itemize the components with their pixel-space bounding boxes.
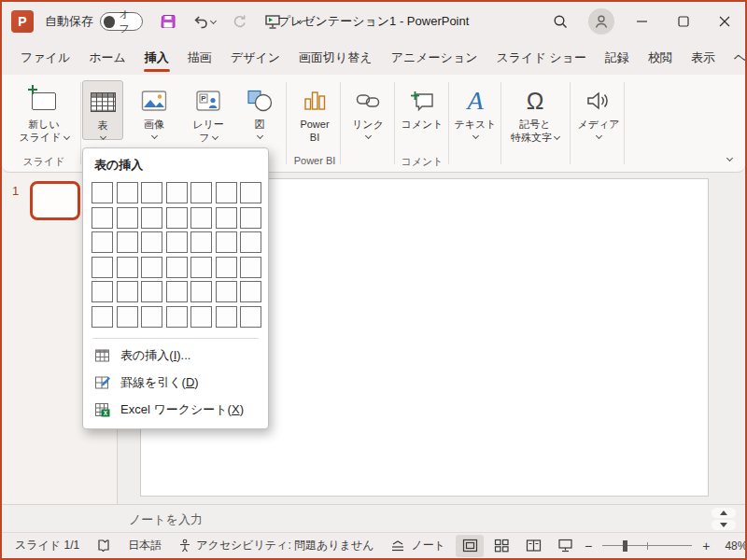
previous-slide-button[interactable] (712, 508, 736, 518)
tab-record[interactable]: 記録 (596, 42, 639, 74)
maximize-button[interactable] (663, 2, 704, 41)
table-grid-cell[interactable] (141, 231, 162, 253)
table-grid-cell[interactable] (141, 257, 162, 278)
table-grid-cell[interactable] (240, 257, 261, 278)
accessibility-button[interactable]: アクセシビリティ: 問題ありません (170, 533, 382, 558)
table-grid-cell[interactable] (240, 182, 261, 203)
table-grid-cell[interactable] (190, 281, 212, 302)
zoom-level[interactable]: 48% (713, 539, 747, 553)
table-grid-cell[interactable] (117, 281, 138, 302)
next-slide-button[interactable] (712, 520, 736, 530)
table-grid-cell[interactable] (92, 182, 113, 203)
cameo-label-line1: レリー (192, 118, 224, 131)
menu-item-insert-table[interactable]: 表の挿入(I)... (83, 343, 268, 370)
table-grid-cell[interactable] (240, 231, 261, 253)
table-grid-cell[interactable] (240, 306, 261, 328)
slideshow-view-button[interactable] (551, 535, 579, 557)
table-grid-cell[interactable] (117, 182, 138, 203)
table-grid-cell[interactable] (141, 182, 162, 203)
tab-animations[interactable]: アニメーション (382, 42, 487, 74)
collapse-ribbon-button[interactable] (727, 147, 732, 164)
notes-toggle-button[interactable]: ノート (382, 533, 454, 558)
illustrations-button[interactable]: 図 (235, 80, 284, 138)
power-bi-button[interactable]: Power BI (288, 80, 342, 144)
menu-item-draw-table[interactable]: 罫線を引く(D) (83, 370, 268, 397)
table-grid-cell[interactable] (190, 231, 212, 253)
table-grid-cell[interactable] (92, 257, 113, 278)
table-grid-cell[interactable] (117, 257, 138, 278)
text-icon: A (467, 88, 483, 114)
table-grid-cell[interactable] (166, 182, 188, 203)
tab-design[interactable]: デザイン (221, 42, 289, 74)
table-grid-cell[interactable] (117, 207, 138, 229)
table-grid-cell[interactable] (216, 182, 237, 203)
text-button[interactable]: A テキスト (450, 80, 500, 138)
normal-view-button[interactable] (456, 535, 484, 557)
tab-draw[interactable]: 描画 (178, 42, 221, 74)
account-button[interactable] (581, 2, 622, 41)
table-grid-cell[interactable] (166, 207, 188, 229)
media-button[interactable]: メディア (571, 80, 626, 138)
table-grid-cell[interactable] (92, 231, 113, 253)
table-grid-cell[interactable] (92, 207, 113, 229)
shapes-icon (246, 89, 274, 113)
table-grid-cell[interactable] (216, 306, 237, 328)
table-grid-cell[interactable] (141, 281, 162, 302)
table-grid-cell[interactable] (216, 257, 237, 278)
search-button[interactable] (540, 2, 581, 41)
pictures-button[interactable]: 画像 (127, 80, 181, 138)
table-button[interactable]: 表 (82, 80, 123, 140)
table-grid-cell[interactable] (141, 306, 162, 328)
zoom-slider[interactable] (602, 539, 692, 553)
zoom-slider-thumb[interactable] (623, 540, 627, 552)
reading-view-button[interactable] (519, 535, 547, 557)
symbols-button[interactable]: Ω 記号と 特殊文字 (502, 80, 568, 144)
tab-view[interactable]: 表示 (682, 42, 725, 74)
table-grid-cell[interactable] (190, 306, 212, 328)
close-button[interactable] (704, 2, 745, 41)
zoom-out-button[interactable]: − (581, 539, 596, 553)
autosave-toggle[interactable]: オフ (100, 12, 143, 31)
tab-home[interactable]: ホーム (79, 42, 135, 74)
minimize-button[interactable] (622, 2, 663, 41)
slide-thumbnail[interactable] (30, 181, 80, 220)
table-grid-cell[interactable] (216, 207, 237, 229)
table-grid-cell[interactable] (92, 306, 113, 328)
table-grid-cell[interactable] (166, 257, 188, 278)
table-grid-cell[interactable] (190, 207, 212, 229)
notes-placeholder[interactable]: ノートを入力 (129, 511, 203, 528)
table-grid-cell[interactable] (92, 281, 113, 302)
table-grid-cell[interactable] (166, 281, 188, 302)
table-grid-cell[interactable] (141, 207, 162, 229)
spellcheck-button[interactable] (88, 533, 120, 558)
new-slide-icon (32, 92, 56, 110)
tab-file[interactable]: ファイル (11, 42, 79, 74)
tab-slideshow[interactable]: スライド ショー (486, 42, 595, 74)
new-slide-button[interactable]: 新しい スライド (7, 80, 80, 144)
table-grid-cell[interactable] (117, 231, 138, 253)
language-button[interactable]: 日本語 (120, 533, 170, 558)
redo-button[interactable] (231, 12, 249, 31)
menu-item-excel-worksheet[interactable]: X Excel ワークシート(X) (83, 397, 268, 424)
slide-sorter-view-button[interactable] (487, 535, 515, 557)
tab-review[interactable]: 校閲 (639, 42, 682, 74)
tab-help[interactable]: ヘルプ (725, 42, 747, 74)
tab-insert[interactable]: 挿入 (135, 42, 178, 74)
comment-button[interactable]: コメント (396, 80, 448, 131)
maximize-icon (678, 16, 689, 27)
undo-button[interactable] (191, 12, 218, 31)
table-grid-cell[interactable] (240, 207, 261, 229)
table-grid-cell[interactable] (190, 257, 212, 278)
table-grid-cell[interactable] (117, 306, 138, 328)
cameo-button[interactable]: P レリー フ (183, 80, 233, 144)
table-grid-cell[interactable] (190, 182, 212, 203)
table-grid-cell[interactable] (166, 231, 188, 253)
table-grid-cell[interactable] (166, 306, 188, 328)
link-button[interactable]: リンク (344, 80, 392, 138)
zoom-in-button[interactable]: + (698, 539, 713, 553)
tab-transitions[interactable]: 画面切り替え (289, 42, 382, 74)
table-grid-cell[interactable] (240, 281, 261, 302)
table-grid-cell[interactable] (216, 281, 237, 302)
table-grid-cell[interactable] (216, 231, 237, 253)
save-button[interactable] (158, 11, 178, 32)
